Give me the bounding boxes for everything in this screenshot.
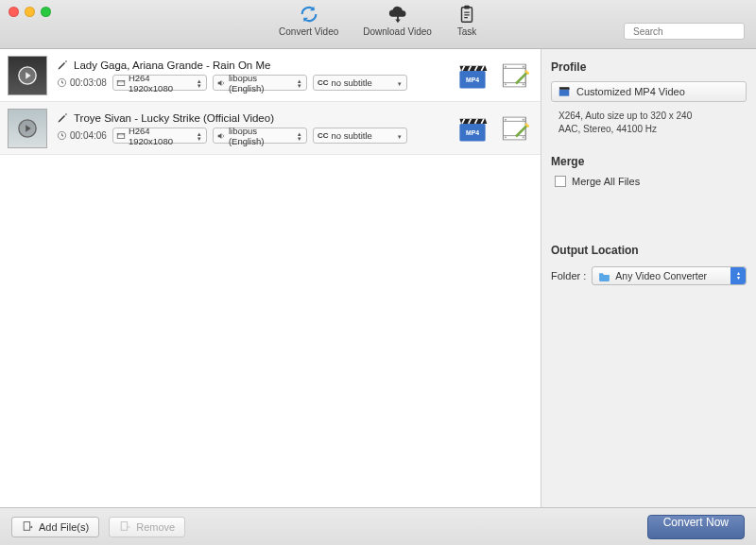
- footer: Add File(s) Remove Convert Now: [0, 507, 756, 545]
- speaker-icon: [215, 130, 227, 142]
- add-file-icon: [22, 520, 34, 533]
- duration: 00:04:06: [57, 130, 107, 141]
- clipboard-icon: [456, 4, 477, 25]
- video-title: Lady Gaga, Ariana Grande - Rain On Me: [74, 60, 270, 71]
- chevron-updown-icon: ▴▾: [195, 77, 204, 89]
- download-video-tab[interactable]: Download Video: [363, 4, 432, 37]
- checkbox-icon: [555, 176, 566, 187]
- svg-text:MP4: MP4: [466, 128, 479, 135]
- svg-rect-24: [24, 522, 30, 531]
- add-files-button[interactable]: Add File(s): [11, 517, 99, 537]
- remove-button[interactable]: Remove: [109, 517, 185, 537]
- svg-rect-18: [503, 117, 525, 140]
- format-select[interactable]: H264 1920x1080 ▴▾: [112, 75, 207, 91]
- convert-video-label: Convert Video: [279, 26, 338, 37]
- clock-icon: [57, 77, 67, 88]
- play-icon: [17, 65, 38, 86]
- output-location-heading: Output Location: [551, 244, 747, 257]
- video-title: Troye Sivan - Lucky Strike (Official Vid…: [74, 112, 274, 124]
- merge-all-checkbox[interactable]: Merge All Files: [555, 176, 747, 187]
- pencil-icon[interactable]: [57, 60, 68, 71]
- folder-icon: [598, 271, 610, 281]
- chevron-down-icon: ▾: [395, 77, 404, 89]
- svg-point-11: [523, 65, 524, 67]
- clock-icon: [57, 130, 67, 141]
- edit-video-button[interactable]: [499, 111, 533, 145]
- duration: 00:03:08: [57, 77, 107, 88]
- format-select[interactable]: H264 1920x1080 ▴▾: [112, 128, 207, 144]
- profile-heading: Profile: [551, 60, 747, 74]
- search-field[interactable]: [624, 23, 745, 40]
- chevron-updown-icon: ▴▾: [295, 77, 304, 89]
- video-icon: [115, 77, 127, 89]
- clapperboard-icon: MP4: [456, 112, 489, 145]
- pencil-icon[interactable]: [57, 112, 68, 124]
- svg-rect-23: [559, 90, 570, 96]
- svg-point-22: [523, 136, 524, 138]
- video-thumbnail[interactable]: [8, 109, 47, 148]
- profile-select[interactable]: Customized MP4 Video: [551, 81, 747, 102]
- svg-point-9: [505, 65, 507, 67]
- svg-rect-8: [503, 64, 525, 87]
- refresh-icon: [299, 4, 319, 25]
- filmstrip-wand-icon: [500, 60, 532, 92]
- video-list: Lady Gaga, Ariana Grande - Rain On Me 00…: [0, 49, 541, 507]
- play-icon: [17, 118, 38, 139]
- svg-point-19: [505, 118, 507, 120]
- svg-rect-25: [121, 522, 128, 531]
- svg-point-10: [505, 83, 507, 85]
- clapperboard-icon: MP4: [456, 60, 489, 92]
- chevron-updown-icon: ▴▾: [295, 130, 304, 142]
- speaker-icon: [215, 77, 227, 89]
- convert-video-tab[interactable]: Convert Video: [279, 4, 338, 37]
- svg-rect-1: [464, 6, 470, 9]
- audio-select[interactable]: libopus (English) ▴▾: [213, 75, 307, 91]
- subtitle-select[interactable]: CC no subtitle ▾: [313, 128, 407, 144]
- clapperboard-icon: [558, 85, 571, 98]
- video-info: Lady Gaga, Ariana Grande - Rain On Me 00…: [57, 60, 446, 91]
- task-tab[interactable]: Task: [456, 4, 477, 37]
- output-format-button[interactable]: MP4: [455, 111, 490, 145]
- chevron-updown-icon: ▴▾: [730, 267, 746, 284]
- video-icon: [115, 130, 127, 142]
- sidebar: Profile Customized MP4 Video X264, Auto …: [541, 49, 756, 507]
- video-thumbnail[interactable]: [8, 56, 47, 95]
- profile-description: X264, Auto size up to 320 x 240 AAC, Ste…: [558, 110, 747, 136]
- chevron-updown-icon: ▴▾: [195, 130, 204, 142]
- task-label: Task: [457, 26, 477, 37]
- subtitle-select[interactable]: CC no subtitle ▾: [313, 75, 407, 91]
- cloud-download-icon: [387, 4, 408, 25]
- merge-heading: Merge: [551, 155, 747, 168]
- video-row[interactable]: Troye Sivan - Lucky Strike (Official Vid…: [0, 102, 541, 155]
- chevron-down-icon: ▾: [395, 130, 404, 142]
- filmstrip-wand-icon: [500, 112, 532, 145]
- folder-label: Folder :: [551, 270, 586, 281]
- audio-select[interactable]: libopus (English) ▴▾: [213, 128, 307, 144]
- svg-point-20: [505, 136, 507, 138]
- svg-text:MP4: MP4: [466, 76, 479, 82]
- titlebar: Convert Video Download Video Task: [0, 0, 756, 49]
- download-video-label: Download Video: [363, 26, 432, 37]
- video-info: Troye Sivan - Lucky Strike (Official Vid…: [57, 112, 446, 144]
- convert-now-button[interactable]: Convert Now: [647, 515, 745, 539]
- output-folder-select[interactable]: Any Video Converter ▴▾: [592, 266, 747, 285]
- svg-point-12: [523, 83, 524, 85]
- video-row[interactable]: Lady Gaga, Ariana Grande - Rain On Me 00…: [0, 49, 541, 102]
- search-input[interactable]: [633, 26, 753, 37]
- svg-point-21: [523, 118, 524, 120]
- remove-file-icon: [119, 520, 131, 533]
- output-format-button[interactable]: MP4: [455, 59, 490, 93]
- edit-video-button[interactable]: [499, 59, 533, 93]
